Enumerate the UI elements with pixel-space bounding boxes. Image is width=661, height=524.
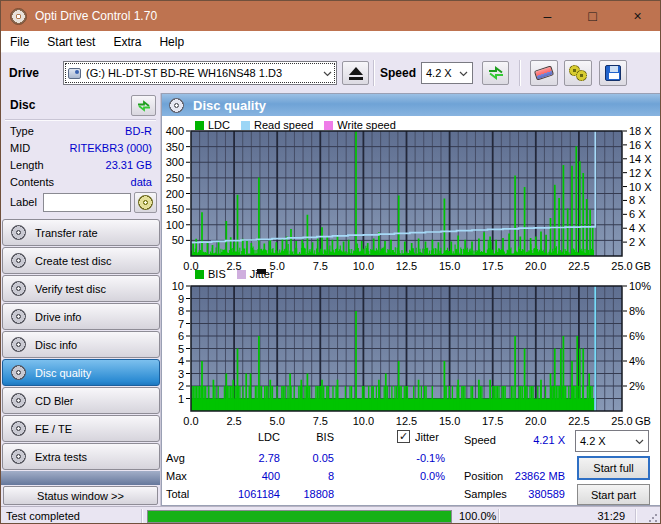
disc-label-button[interactable] — [134, 192, 157, 213]
svg-text:10: 10 — [172, 280, 184, 292]
menu-start-test[interactable]: Start test — [38, 31, 104, 52]
read-speed-swatch — [241, 121, 250, 130]
close-button[interactable]: × — [615, 1, 660, 31]
disc-mid-value: RITEKBR3 (000) — [69, 142, 152, 158]
cd-icon — [11, 281, 26, 296]
check-icon: ✓ — [399, 430, 408, 443]
sidebar-item-fe-te[interactable]: FE / TE — [2, 415, 160, 442]
max-bis: 8 — [280, 470, 334, 482]
svg-text:2.5: 2.5 — [226, 415, 241, 427]
svg-text:8: 8 — [178, 305, 184, 317]
sidebar: Disc Type BD-R MID RITEKBR3 (000) Length… — [1, 93, 161, 506]
settings-button[interactable] — [564, 60, 592, 86]
refresh-icon — [488, 66, 504, 80]
svg-text:200: 200 — [166, 188, 184, 200]
disc-contents-label: Contents — [10, 176, 54, 192]
sidebar-nav: Transfer rate Create test disc Verify te… — [1, 219, 160, 471]
sidebar-item-label: Verify test disc — [35, 283, 106, 295]
menubar: File Start test Extra Help — [1, 31, 660, 53]
disc-label-input[interactable] — [43, 193, 131, 212]
cd-icon — [11, 253, 26, 268]
progress-fill — [148, 511, 451, 522]
cd-icon — [11, 309, 26, 324]
page-title: Disc quality — [193, 98, 266, 113]
avg-row-label: Avg — [166, 452, 185, 464]
svg-text:25.0: 25.0 — [611, 260, 632, 272]
disc-length-label: Length — [10, 159, 44, 175]
elapsed-time: 31:29 — [561, 510, 625, 522]
menu-extra[interactable]: Extra — [104, 31, 150, 52]
svg-text:10%: 10% — [629, 280, 651, 292]
drive-combobox[interactable]: (G:) HL-DT-ST BD-RE WH16NS48 1.D3 — [63, 61, 337, 85]
sidebar-item-disc-quality[interactable]: Disc quality — [2, 359, 160, 386]
cd-icon — [11, 365, 26, 380]
svg-text:0.0: 0.0 — [183, 415, 198, 427]
speed-combobox-value: 4.2 X — [426, 67, 452, 79]
svg-text:5.0: 5.0 — [270, 415, 285, 427]
ldc-column-header: LDC — [222, 431, 280, 443]
sidebar-item-cd-bler[interactable]: CD Bler — [2, 387, 160, 414]
cd-icon — [11, 225, 26, 240]
svg-text:7.5: 7.5 — [313, 415, 328, 427]
svg-text:9: 9 — [178, 293, 184, 305]
app-disc-icon — [10, 8, 27, 25]
sidebar-item-verify-test-disc[interactable]: Verify test disc — [2, 275, 160, 302]
svg-text:6%: 6% — [629, 330, 645, 342]
sidebar-item-create-test-disc[interactable]: Create test disc — [2, 247, 160, 274]
eject-button[interactable] — [342, 61, 369, 85]
position-stat-value: 23862 MB — [502, 470, 565, 482]
speed-combobox[interactable]: 4.2 X — [421, 62, 473, 84]
disc-mid-label: MID — [10, 142, 30, 158]
svg-text:6 X: 6 X — [629, 208, 646, 220]
menu-file[interactable]: File — [1, 31, 38, 52]
speed-stat-label: Speed — [464, 434, 496, 446]
svg-text:4%: 4% — [629, 355, 645, 367]
progress-bar — [147, 510, 452, 523]
svg-text:20.0: 20.0 — [525, 260, 546, 272]
refresh-drive-button[interactable] — [482, 61, 509, 85]
jitter-checkbox[interactable]: ✓ — [397, 430, 410, 443]
sidebar-item-drive-info[interactable]: Drive info — [2, 303, 160, 330]
svg-text:10 X: 10 X — [629, 181, 652, 193]
svg-text:10.0: 10.0 — [353, 260, 374, 272]
svg-text:300: 300 — [166, 156, 184, 168]
svg-text:2 X: 2 X — [629, 236, 646, 248]
svg-text:400: 400 — [166, 125, 184, 137]
cd-icon — [11, 393, 26, 408]
status-window-button[interactable]: Status window >> — [3, 486, 158, 505]
sidebar-item-disc-info[interactable]: Disc info — [2, 331, 160, 358]
status-text: Test completed — [6, 510, 80, 522]
menu-help[interactable]: Help — [150, 31, 193, 52]
svg-text:3: 3 — [178, 368, 184, 380]
refresh-icon — [137, 100, 151, 112]
sidebar-item-transfer-rate[interactable]: Transfer rate — [2, 219, 160, 246]
speed-select[interactable]: 4.2 X — [575, 430, 649, 452]
sidebar-item-extra-tests[interactable]: Extra tests — [2, 443, 160, 470]
statusbar: Test completed 100.0% 31:29 — [1, 506, 660, 524]
maximize-button[interactable]: □ — [570, 1, 615, 31]
max-jitter: 0.0% — [382, 470, 445, 482]
resize-grip[interactable] — [648, 513, 658, 523]
avg-jitter: -0.1% — [382, 452, 445, 464]
svg-text:15.0: 15.0 — [439, 415, 460, 427]
eject-icon — [349, 67, 363, 80]
cd-icon — [11, 337, 26, 352]
eraser-icon — [534, 65, 554, 80]
toolbar: Drive (G:) HL-DT-ST BD-RE WH16NS48 1.D3 … — [1, 53, 660, 93]
refresh-disc-button[interactable] — [131, 95, 156, 116]
start-full-button[interactable]: Start full — [577, 456, 650, 480]
disc-type-label: Type — [10, 125, 34, 141]
cursor-marker — [257, 269, 266, 274]
svg-text:GB: GB — [635, 260, 651, 272]
start-part-button[interactable]: Start part — [577, 484, 650, 505]
speed-select-value: 4.2 X — [580, 435, 606, 447]
total-ldc: 1061184 — [222, 488, 280, 500]
svg-text:50: 50 — [172, 234, 184, 246]
bis-column-header: BIS — [280, 431, 334, 443]
disc-label-label: Label — [10, 196, 37, 212]
erase-disc-button[interactable] — [530, 60, 558, 86]
minimize-button[interactable]: – — [525, 1, 570, 31]
disc-contents-value: data — [131, 176, 152, 192]
save-button[interactable] — [599, 60, 627, 86]
sidebar-item-label: Create test disc — [35, 255, 111, 267]
